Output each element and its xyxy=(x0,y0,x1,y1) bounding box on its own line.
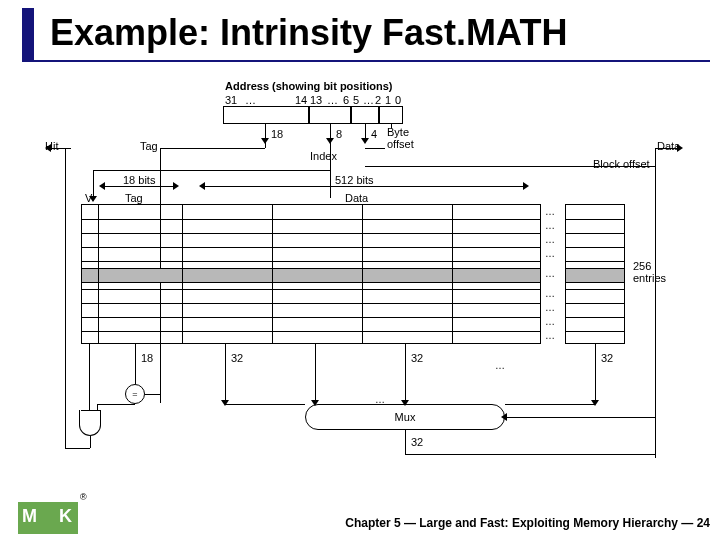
footer-text: Chapter 5 — Large and Fast: Exploiting M… xyxy=(0,516,710,530)
byte-off-stub2 xyxy=(391,124,392,128)
d2-width: 32 xyxy=(411,352,423,364)
data-dots: … xyxy=(495,360,506,371)
title-bar: Example: Intrinsity Fast.MATH xyxy=(22,8,710,62)
addr-tag-field xyxy=(223,106,309,124)
addr-byteoff-field xyxy=(379,106,403,124)
dN-width: 32 xyxy=(601,352,613,364)
row-line xyxy=(82,303,540,304)
datacol-span-r xyxy=(523,182,529,190)
row-dots: … xyxy=(545,288,556,299)
cache-array xyxy=(81,204,541,344)
row-line xyxy=(566,317,624,318)
row-dots: … xyxy=(545,330,556,341)
row-line xyxy=(82,219,540,220)
bit-dots3: … xyxy=(363,94,374,106)
entries-label: 256entries xyxy=(633,260,666,284)
row-line xyxy=(82,247,540,248)
row-dots: … xyxy=(545,268,556,279)
tagcol-span xyxy=(105,186,175,187)
data1-out-line xyxy=(315,344,316,404)
row-line xyxy=(566,331,624,332)
selected-row xyxy=(82,268,540,282)
bit-5: 5 xyxy=(353,94,359,106)
row-line xyxy=(566,247,624,248)
and-to-hit xyxy=(65,448,90,449)
row-line xyxy=(566,289,624,290)
tag-drop xyxy=(265,140,266,148)
title-accent xyxy=(22,8,34,62)
mux: Mux xyxy=(305,404,505,430)
page-title: Example: Intrinsity Fast.MATH xyxy=(50,12,567,54)
data0-out-line xyxy=(225,344,226,404)
addr-blockoff-field xyxy=(351,106,379,124)
mux-in-dots: … xyxy=(375,394,386,405)
row-line xyxy=(82,331,540,332)
row-dots: … xyxy=(545,234,556,245)
bit-1: 1 xyxy=(385,94,391,106)
row-line xyxy=(566,219,624,220)
col-line-d3 xyxy=(452,205,453,343)
v-out-line xyxy=(89,344,90,404)
blockoff-hline xyxy=(365,166,655,167)
row-hl-top xyxy=(82,268,540,269)
and-out xyxy=(90,436,91,448)
index-vline xyxy=(330,140,331,198)
index-hline xyxy=(93,170,330,171)
addr-index-field xyxy=(309,106,351,124)
comparator: = xyxy=(125,384,145,404)
hit-arrow-line xyxy=(51,148,65,149)
bit-6: 6 xyxy=(343,94,349,106)
byteoff-width-arrow xyxy=(361,138,369,144)
index-label: Index xyxy=(310,150,337,162)
col-v: V xyxy=(85,192,92,204)
selected-row-right xyxy=(566,268,624,282)
row-line xyxy=(566,233,624,234)
row-dots: … xyxy=(545,206,556,217)
cache-array-right xyxy=(565,204,625,344)
row-dots: … xyxy=(545,316,556,327)
row-dots: … xyxy=(545,302,556,313)
row-line xyxy=(566,261,624,262)
bit-dots1: … xyxy=(245,94,256,106)
index-to-table xyxy=(93,170,94,198)
bit-31: 31 xyxy=(225,94,237,106)
row-line xyxy=(566,303,624,304)
bit-0: 0 xyxy=(395,94,401,106)
tag-to-cmp xyxy=(145,394,160,395)
mux-sel-line xyxy=(505,417,655,418)
data-arrow-line xyxy=(655,148,679,149)
data-col-bits: 512 bits xyxy=(335,174,374,186)
mux-out-line xyxy=(405,430,406,454)
byte-offset-label: Byteoffset xyxy=(387,126,414,150)
registered-icon: ® xyxy=(80,492,87,502)
byte-off-stub xyxy=(365,148,385,149)
tag-hline xyxy=(160,148,265,149)
col-line-d1 xyxy=(272,205,273,343)
datacol-span xyxy=(205,186,525,187)
col-line-tag xyxy=(182,205,183,343)
and-top xyxy=(81,410,101,411)
mux-in-arrowN xyxy=(591,400,599,406)
tag-width: 18 xyxy=(271,128,283,140)
tag-col-bits: 18 bits xyxy=(123,174,155,186)
mux-in-arrow0 xyxy=(221,400,229,406)
tag-label: Tag xyxy=(140,140,158,152)
row-line xyxy=(566,282,624,283)
data-arrow xyxy=(677,144,683,152)
data2-out-line xyxy=(405,344,406,404)
row-line xyxy=(82,289,540,290)
row-line xyxy=(82,261,540,262)
bit-dots2: … xyxy=(327,94,338,106)
d0-width: 32 xyxy=(231,352,243,364)
mux-in-hN xyxy=(505,404,595,405)
index-width: 8 xyxy=(336,128,342,140)
row-line xyxy=(566,268,624,269)
col-tag: Tag xyxy=(125,192,143,204)
address-label: Address (showing bit positions) xyxy=(225,80,392,92)
row-line xyxy=(82,317,540,318)
bit-2: 2 xyxy=(375,94,381,106)
mux-out-width: 32 xyxy=(411,436,423,448)
tagcol-span-l xyxy=(99,182,105,190)
tagcol-span-r xyxy=(173,182,179,190)
mux-in-arrow1 xyxy=(311,400,319,406)
